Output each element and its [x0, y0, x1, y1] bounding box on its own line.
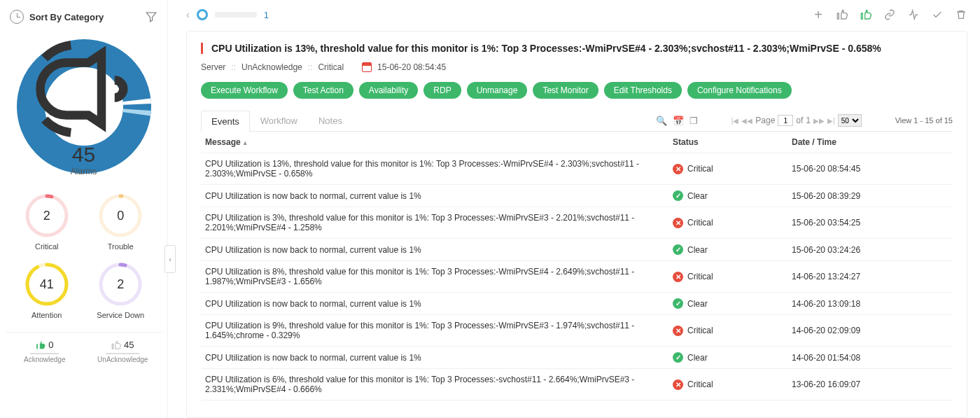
pager: |◀ ◀◀ Page of 1 ▶▶ ▶| 50	[732, 114, 862, 127]
cell-status: Critical	[687, 218, 713, 228]
pager-last[interactable]: ▶|	[827, 117, 835, 125]
meta-ack: UnAcknowledge	[241, 62, 302, 72]
cell-date: 13-06-20 16:09:07	[792, 379, 953, 389]
cell-status: Clear	[687, 191, 708, 201]
like-outline-icon[interactable]	[836, 8, 848, 21]
col-message[interactable]: Message	[205, 137, 241, 147]
cell-status: Clear	[687, 299, 708, 309]
total-alarms-donut[interactable]: 45 Alarms	[14, 36, 154, 176]
collapse-sidebar-button[interactable]: ‹	[164, 245, 176, 273]
page-size-select[interactable]: 50	[838, 114, 862, 127]
events-table: Message▲ Status Date / Time CPU Utilizat…	[201, 132, 953, 406]
critical-icon: ✕	[673, 379, 683, 390]
acknowledge-label: Acknowledge	[6, 356, 84, 363]
mini-label: Service Down	[97, 311, 144, 319]
total-alarms-label: Alarms	[71, 167, 97, 176]
meta-sep: ::	[231, 62, 236, 72]
cell-date: 15-06-20 03:54:25	[792, 218, 953, 228]
tab-events[interactable]: Events	[201, 111, 250, 132]
meta-severity: Critical	[318, 62, 344, 72]
cell-message: CPU Utilization is 13%, threshold value …	[201, 159, 673, 179]
calendar-filter-icon[interactable]: 📅	[673, 116, 684, 126]
mini-label: Critical	[35, 242, 59, 251]
mini-card-attention[interactable]: 41 Attention	[10, 258, 84, 326]
action-availability[interactable]: Availability	[359, 82, 418, 99]
mini-value: 2	[98, 262, 143, 307]
cell-message: CPU Utilization is 8%, threshold value f…	[201, 267, 673, 286]
alarm-detail-card: CPU Utilization is 13%, threshold value …	[186, 31, 967, 418]
filter-icon[interactable]	[145, 11, 158, 23]
cell-status: Critical	[687, 326, 713, 335]
action-unmanage[interactable]: Unmanage	[467, 82, 528, 99]
prev-alarm-button[interactable]: ‹	[186, 9, 190, 20]
cell-message: CPU Utilization is now back to normal, c…	[201, 299, 673, 309]
link-icon[interactable]	[883, 8, 896, 21]
search-icon[interactable]: 🔍	[656, 116, 667, 126]
alarm-name-placeholder	[215, 12, 257, 18]
tab-workflow[interactable]: Workflow	[250, 110, 308, 131]
table-row[interactable]: CPU Utilization is now back to normal, c…	[201, 347, 953, 369]
table-row[interactable]: CPU Utilization is 9%, threshold value f…	[201, 315, 953, 347]
clock-icon	[10, 10, 24, 24]
unacknowledge-label: UnAcknowledge	[84, 356, 162, 363]
acknowledge-tab[interactable]: 0 Acknowledge	[6, 340, 84, 363]
thumbs-up-outline-icon	[111, 340, 121, 350]
pager-prev[interactable]: ◀◀	[741, 117, 752, 125]
cell-message: CPU Utilization is now back to normal, c…	[201, 191, 673, 201]
critical-icon: ✕	[673, 218, 683, 228]
table-row[interactable]: CPU Utilization is now back to normal, c…	[201, 185, 953, 207]
action-configure notifications[interactable]: Configure Notifications	[687, 82, 792, 99]
thumbs-up-icon	[36, 340, 46, 350]
mini-card-critical[interactable]: 2 Critical	[10, 189, 84, 258]
mini-card-service down[interactable]: 2 Service Down	[84, 258, 158, 326]
action-edit thresholds[interactable]: Edit Thresholds	[604, 82, 682, 99]
mini-card-trouble[interactable]: 0 Trouble	[84, 189, 158, 258]
cell-date: 15-06-20 08:54:45	[792, 164, 953, 174]
cell-status: Critical	[687, 379, 713, 389]
cell-message: CPU Utilization is now back to normal, c…	[201, 245, 673, 255]
meta-sep: ::	[308, 62, 313, 72]
action-rdp[interactable]: RDP	[424, 82, 461, 99]
cell-status: Critical	[687, 272, 713, 281]
check-icon[interactable]	[931, 8, 944, 21]
alarm-title: CPU Utilization is 13%, threshold value …	[201, 43, 953, 54]
like-filled-icon[interactable]	[860, 8, 872, 21]
clear-icon: ✓	[673, 244, 683, 255]
mini-value: 2	[24, 193, 69, 238]
col-status[interactable]: Status	[673, 137, 792, 147]
activity-icon[interactable]	[907, 8, 920, 21]
table-row[interactable]: CPU Utilization is now back to normal, c…	[201, 293, 953, 315]
tab-notes[interactable]: Notes	[308, 110, 353, 131]
critical-icon: ✕	[673, 272, 683, 282]
pager-first[interactable]: |◀	[732, 117, 739, 125]
unacknowledge-count: 45	[124, 340, 134, 350]
action-test action[interactable]: Test Action	[293, 82, 354, 99]
mini-label: Attention	[31, 311, 62, 319]
copy-icon[interactable]: ❐	[690, 116, 698, 126]
table-row[interactable]: CPU Utilization is 3%, threshold value f…	[201, 207, 953, 239]
pager-next[interactable]: ▶▶	[813, 117, 825, 125]
action-execute workflow[interactable]: Execute Workflow	[201, 82, 288, 99]
table-row[interactable]: CPU Utilization is now back to normal, c…	[201, 239, 953, 261]
page-input[interactable]	[778, 115, 793, 126]
cell-status: Clear	[687, 353, 708, 363]
alarm-meta: Server :: UnAcknowledge :: Critical 15-0…	[201, 62, 953, 72]
cell-date: 14-06-20 01:54:08	[792, 353, 953, 363]
page-total: 1	[806, 116, 811, 125]
table-row[interactable]: CPU Utilization is 8%, threshold value f…	[201, 261, 953, 293]
critical-icon: ✕	[673, 326, 683, 336]
calendar-icon	[362, 62, 372, 72]
meta-timestamp: 15-06-20 08:54:45	[377, 62, 446, 72]
trash-icon[interactable]	[955, 8, 967, 21]
meta-type: Server	[201, 62, 225, 72]
add-icon[interactable]: +	[812, 8, 825, 21]
table-row[interactable]: CPU Utilization is now back to normal, c…	[201, 400, 953, 406]
table-row[interactable]: CPU Utilization is 13%, threshold value …	[201, 153, 953, 185]
cell-status: Critical	[687, 164, 713, 174]
table-row[interactable]: CPU Utilization is 6%, threshold value f…	[201, 369, 953, 400]
alarms-sidebar: Sort By Category 45 Alarms	[0, 0, 168, 418]
unacknowledge-tab[interactable]: 45 UnAcknowledge	[84, 340, 162, 363]
col-date[interactable]: Date / Time	[792, 137, 953, 147]
action-test monitor[interactable]: Test Monitor	[533, 82, 598, 99]
cell-date: 15-06-20 08:39:29	[792, 191, 953, 201]
